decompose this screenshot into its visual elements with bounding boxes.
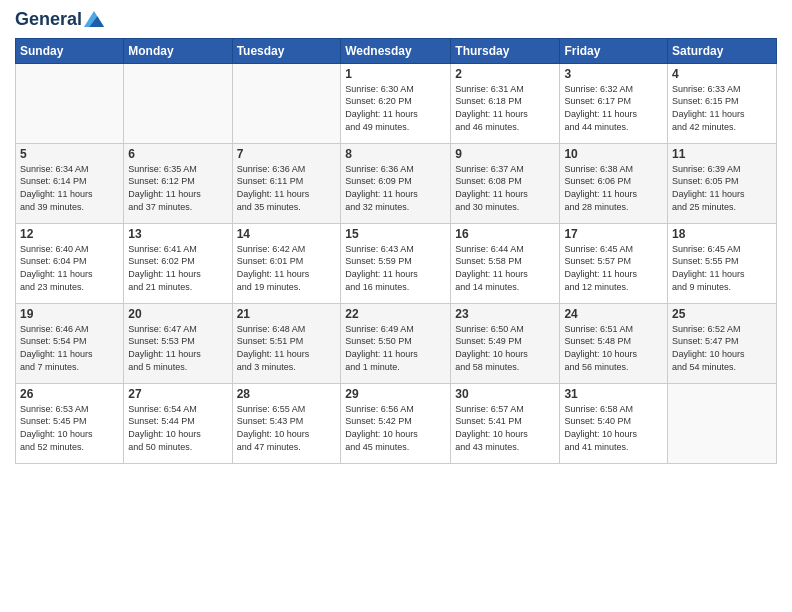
calendar-cell: 1Sunrise: 6:30 AM Sunset: 6:20 PM Daylig…	[341, 63, 451, 143]
calendar-cell: 12Sunrise: 6:40 AM Sunset: 6:04 PM Dayli…	[16, 223, 124, 303]
day-info: Sunrise: 6:55 AM Sunset: 5:43 PM Dayligh…	[237, 403, 337, 453]
weekday-header: Tuesday	[232, 38, 341, 63]
day-info: Sunrise: 6:51 AM Sunset: 5:48 PM Dayligh…	[564, 323, 663, 373]
day-info: Sunrise: 6:52 AM Sunset: 5:47 PM Dayligh…	[672, 323, 772, 373]
weekday-header: Sunday	[16, 38, 124, 63]
day-number: 30	[455, 387, 555, 401]
calendar-cell: 24Sunrise: 6:51 AM Sunset: 5:48 PM Dayli…	[560, 303, 668, 383]
calendar-cell: 20Sunrise: 6:47 AM Sunset: 5:53 PM Dayli…	[124, 303, 232, 383]
day-info: Sunrise: 6:43 AM Sunset: 5:59 PM Dayligh…	[345, 243, 446, 293]
day-number: 13	[128, 227, 227, 241]
day-info: Sunrise: 6:54 AM Sunset: 5:44 PM Dayligh…	[128, 403, 227, 453]
day-number: 22	[345, 307, 446, 321]
day-number: 1	[345, 67, 446, 81]
weekday-header: Friday	[560, 38, 668, 63]
day-info: Sunrise: 6:53 AM Sunset: 5:45 PM Dayligh…	[20, 403, 119, 453]
calendar-cell: 15Sunrise: 6:43 AM Sunset: 5:59 PM Dayli…	[341, 223, 451, 303]
calendar-week-row: 1Sunrise: 6:30 AM Sunset: 6:20 PM Daylig…	[16, 63, 777, 143]
day-number: 12	[20, 227, 119, 241]
calendar-cell	[16, 63, 124, 143]
calendar-cell: 19Sunrise: 6:46 AM Sunset: 5:54 PM Dayli…	[16, 303, 124, 383]
logo: General	[15, 10, 104, 30]
day-info: Sunrise: 6:56 AM Sunset: 5:42 PM Dayligh…	[345, 403, 446, 453]
day-number: 8	[345, 147, 446, 161]
day-info: Sunrise: 6:30 AM Sunset: 6:20 PM Dayligh…	[345, 83, 446, 133]
calendar-cell	[124, 63, 232, 143]
day-number: 16	[455, 227, 555, 241]
day-info: Sunrise: 6:38 AM Sunset: 6:06 PM Dayligh…	[564, 163, 663, 213]
calendar-cell: 16Sunrise: 6:44 AM Sunset: 5:58 PM Dayli…	[451, 223, 560, 303]
day-info: Sunrise: 6:58 AM Sunset: 5:40 PM Dayligh…	[564, 403, 663, 453]
day-info: Sunrise: 6:41 AM Sunset: 6:02 PM Dayligh…	[128, 243, 227, 293]
calendar-cell: 31Sunrise: 6:58 AM Sunset: 5:40 PM Dayli…	[560, 383, 668, 463]
logo-text: General	[15, 10, 82, 30]
calendar-cell: 6Sunrise: 6:35 AM Sunset: 6:12 PM Daylig…	[124, 143, 232, 223]
calendar-cell: 27Sunrise: 6:54 AM Sunset: 5:44 PM Dayli…	[124, 383, 232, 463]
day-number: 19	[20, 307, 119, 321]
day-number: 26	[20, 387, 119, 401]
calendar-cell: 21Sunrise: 6:48 AM Sunset: 5:51 PM Dayli…	[232, 303, 341, 383]
day-number: 15	[345, 227, 446, 241]
day-number: 17	[564, 227, 663, 241]
calendar-cell: 22Sunrise: 6:49 AM Sunset: 5:50 PM Dayli…	[341, 303, 451, 383]
calendar-cell: 5Sunrise: 6:34 AM Sunset: 6:14 PM Daylig…	[16, 143, 124, 223]
calendar-week-row: 12Sunrise: 6:40 AM Sunset: 6:04 PM Dayli…	[16, 223, 777, 303]
day-number: 23	[455, 307, 555, 321]
calendar-week-row: 5Sunrise: 6:34 AM Sunset: 6:14 PM Daylig…	[16, 143, 777, 223]
day-number: 25	[672, 307, 772, 321]
weekday-header: Saturday	[668, 38, 777, 63]
calendar-cell: 10Sunrise: 6:38 AM Sunset: 6:06 PM Dayli…	[560, 143, 668, 223]
day-number: 20	[128, 307, 227, 321]
day-number: 28	[237, 387, 337, 401]
weekday-header: Thursday	[451, 38, 560, 63]
day-info: Sunrise: 6:36 AM Sunset: 6:09 PM Dayligh…	[345, 163, 446, 213]
logo-icon	[84, 10, 104, 28]
calendar-cell: 30Sunrise: 6:57 AM Sunset: 5:41 PM Dayli…	[451, 383, 560, 463]
calendar-cell: 2Sunrise: 6:31 AM Sunset: 6:18 PM Daylig…	[451, 63, 560, 143]
calendar-cell: 25Sunrise: 6:52 AM Sunset: 5:47 PM Dayli…	[668, 303, 777, 383]
calendar-cell: 17Sunrise: 6:45 AM Sunset: 5:57 PM Dayli…	[560, 223, 668, 303]
day-number: 29	[345, 387, 446, 401]
calendar-cell: 26Sunrise: 6:53 AM Sunset: 5:45 PM Dayli…	[16, 383, 124, 463]
day-info: Sunrise: 6:37 AM Sunset: 6:08 PM Dayligh…	[455, 163, 555, 213]
day-info: Sunrise: 6:36 AM Sunset: 6:11 PM Dayligh…	[237, 163, 337, 213]
day-number: 3	[564, 67, 663, 81]
calendar-cell	[668, 383, 777, 463]
day-number: 10	[564, 147, 663, 161]
day-info: Sunrise: 6:31 AM Sunset: 6:18 PM Dayligh…	[455, 83, 555, 133]
day-info: Sunrise: 6:44 AM Sunset: 5:58 PM Dayligh…	[455, 243, 555, 293]
calendar-cell: 29Sunrise: 6:56 AM Sunset: 5:42 PM Dayli…	[341, 383, 451, 463]
day-number: 4	[672, 67, 772, 81]
calendar-week-row: 19Sunrise: 6:46 AM Sunset: 5:54 PM Dayli…	[16, 303, 777, 383]
calendar-cell: 3Sunrise: 6:32 AM Sunset: 6:17 PM Daylig…	[560, 63, 668, 143]
day-number: 18	[672, 227, 772, 241]
header: General	[15, 10, 777, 30]
calendar-cell: 28Sunrise: 6:55 AM Sunset: 5:43 PM Dayli…	[232, 383, 341, 463]
day-number: 14	[237, 227, 337, 241]
day-info: Sunrise: 6:48 AM Sunset: 5:51 PM Dayligh…	[237, 323, 337, 373]
calendar-cell: 18Sunrise: 6:45 AM Sunset: 5:55 PM Dayli…	[668, 223, 777, 303]
day-number: 27	[128, 387, 227, 401]
calendar-cell: 11Sunrise: 6:39 AM Sunset: 6:05 PM Dayli…	[668, 143, 777, 223]
weekday-header: Wednesday	[341, 38, 451, 63]
calendar-cell: 4Sunrise: 6:33 AM Sunset: 6:15 PM Daylig…	[668, 63, 777, 143]
day-number: 7	[237, 147, 337, 161]
day-info: Sunrise: 6:35 AM Sunset: 6:12 PM Dayligh…	[128, 163, 227, 213]
calendar: SundayMondayTuesdayWednesdayThursdayFrid…	[15, 38, 777, 464]
day-info: Sunrise: 6:50 AM Sunset: 5:49 PM Dayligh…	[455, 323, 555, 373]
day-number: 31	[564, 387, 663, 401]
day-info: Sunrise: 6:33 AM Sunset: 6:15 PM Dayligh…	[672, 83, 772, 133]
day-info: Sunrise: 6:57 AM Sunset: 5:41 PM Dayligh…	[455, 403, 555, 453]
day-number: 5	[20, 147, 119, 161]
day-number: 21	[237, 307, 337, 321]
day-info: Sunrise: 6:40 AM Sunset: 6:04 PM Dayligh…	[20, 243, 119, 293]
day-info: Sunrise: 6:45 AM Sunset: 5:57 PM Dayligh…	[564, 243, 663, 293]
page: General SundayMondayTuesdayWednesdayThur…	[0, 0, 792, 612]
day-number: 9	[455, 147, 555, 161]
day-info: Sunrise: 6:32 AM Sunset: 6:17 PM Dayligh…	[564, 83, 663, 133]
day-info: Sunrise: 6:45 AM Sunset: 5:55 PM Dayligh…	[672, 243, 772, 293]
day-info: Sunrise: 6:47 AM Sunset: 5:53 PM Dayligh…	[128, 323, 227, 373]
calendar-week-row: 26Sunrise: 6:53 AM Sunset: 5:45 PM Dayli…	[16, 383, 777, 463]
day-info: Sunrise: 6:49 AM Sunset: 5:50 PM Dayligh…	[345, 323, 446, 373]
day-number: 24	[564, 307, 663, 321]
